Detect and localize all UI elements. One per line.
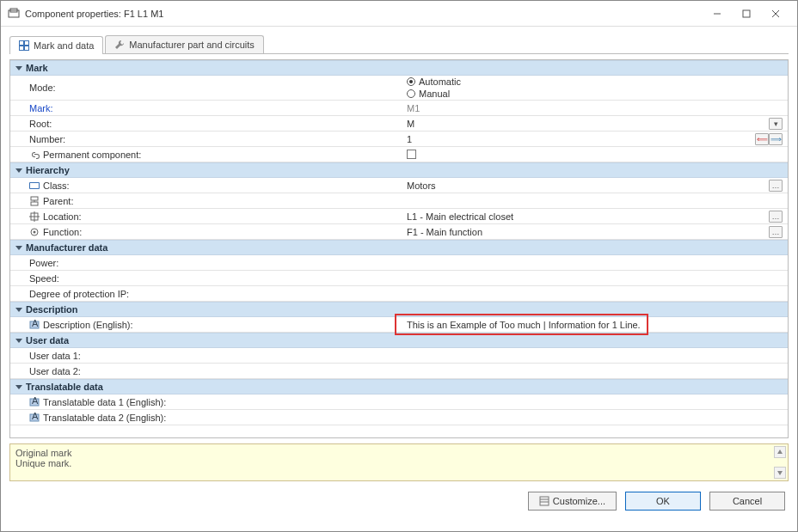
- value-parent[interactable]: [402, 193, 788, 208]
- value-mode: Automatic Manual: [402, 76, 788, 100]
- value-speed[interactable]: [402, 271, 788, 285]
- text-permanent-label: Permanent component:: [43, 150, 141, 160]
- value-class[interactable]: Motors …: [402, 178, 788, 193]
- radio-manual[interactable]: Manual: [407, 89, 450, 99]
- chevron-down-icon: [15, 308, 22, 312]
- radio-label: Automatic: [419, 76, 461, 87]
- value-root[interactable]: M ▾: [402, 116, 788, 131]
- value-location[interactable]: L1 - Main electrical closet …: [402, 209, 788, 223]
- svg-text:A: A: [32, 320, 39, 328]
- section-title: Manufacturer data: [26, 242, 107, 253]
- row-class: Class: Motors …: [10, 178, 788, 193]
- text-icon: A: [29, 397, 40, 407]
- location-icon: [29, 211, 40, 222]
- text-icon: A: [29, 320, 40, 330]
- svg-rect-12: [30, 183, 39, 188]
- grid-spacer: [10, 425, 788, 437]
- radio-dot-icon: [407, 89, 415, 98]
- next-number-button[interactable]: ⟹: [769, 133, 783, 145]
- dropdown-button[interactable]: ▾: [769, 118, 783, 130]
- label-number: Number:: [10, 131, 402, 146]
- dialog-button-row: Customize... OK Cancel: [9, 486, 789, 512]
- scroll-up-button[interactable]: [774, 446, 786, 458]
- tab-mark-and-data[interactable]: Mark and data: [9, 36, 103, 54]
- chevron-down-icon: [15, 66, 22, 70]
- svg-rect-13: [31, 197, 38, 200]
- value-ip[interactable]: [402, 286, 788, 301]
- section-manufacturer-data[interactable]: Manufacturer data: [10, 240, 788, 255]
- radio-automatic[interactable]: Automatic: [407, 76, 461, 87]
- label-function: Function:: [10, 224, 402, 239]
- chevron-down-icon: [15, 168, 22, 173]
- scroll-down-button[interactable]: [774, 467, 786, 479]
- customize-button[interactable]: Customize...: [528, 492, 617, 511]
- text-root: M: [407, 119, 414, 129]
- section-user-data[interactable]: User data: [10, 333, 788, 348]
- text-trans-2-label: Translatable data 2 (English):: [43, 413, 166, 423]
- row-parent: Parent:: [10, 193, 788, 209]
- text-class-label: Class:: [43, 180, 70, 191]
- label-mode: Mode:: [10, 76, 402, 100]
- section-mark[interactable]: Mark: [10, 60, 788, 76]
- window-root: Component properties: F1 L1 M1 Mark and …: [0, 0, 798, 532]
- tab-label: Mark and data: [34, 40, 94, 51]
- tab-label: Manufacturer part and circuits: [129, 40, 255, 50]
- value-number[interactable]: 1 ⟸ ⟹: [402, 131, 788, 146]
- row-speed: Speed:: [10, 271, 788, 286]
- value-permanent[interactable]: [402, 147, 788, 162]
- label-mark[interactable]: Mark:: [10, 101, 402, 115]
- section-title: Mark: [26, 63, 48, 73]
- section-hierarchy[interactable]: Hierarchy: [10, 162, 788, 178]
- value-power[interactable]: [402, 255, 788, 270]
- value-trans-1[interactable]: [402, 394, 788, 409]
- row-trans-2: A Translatable data 2 (English):: [10, 410, 788, 425]
- browse-button[interactable]: …: [769, 211, 783, 223]
- text-function: F1 - Main function: [407, 227, 482, 237]
- label-root: Root:: [10, 116, 402, 131]
- label-ip: Degree of protection IP:: [10, 286, 402, 301]
- minimize-button[interactable]: [703, 4, 732, 23]
- cancel-button[interactable]: Cancel: [709, 492, 785, 511]
- label-trans-2: A Translatable data 2 (English):: [10, 410, 402, 425]
- svg-marker-27: [777, 449, 783, 454]
- browse-button[interactable]: …: [769, 180, 783, 192]
- value-user-data-2[interactable]: [402, 364, 788, 378]
- chevron-down-icon: [15, 385, 22, 389]
- window-title: Component properties: F1 L1 M1: [25, 9, 703, 19]
- ok-button[interactable]: OK: [625, 492, 701, 511]
- radio-label: Manual: [419, 89, 450, 99]
- svg-point-20: [34, 230, 36, 233]
- section-title: Description: [26, 304, 78, 315]
- value-user-data-1[interactable]: [402, 348, 788, 363]
- content-area: Mark and data Manufacturer part and circ…: [1, 27, 797, 531]
- checkbox-permanent[interactable]: [407, 150, 416, 159]
- text-trans-1-label: Translatable data 1 (English):: [43, 397, 166, 407]
- tab-manufacturer-part[interactable]: Manufacturer part and circuits: [105, 35, 264, 53]
- wrench-icon: [114, 40, 125, 50]
- section-title: Translatable data: [26, 382, 103, 392]
- browse-button[interactable]: …: [769, 226, 783, 238]
- close-button[interactable]: [761, 4, 790, 23]
- tab-strip: Mark and data Manufacturer part and circ…: [9, 35, 789, 54]
- customize-icon: [539, 496, 549, 506]
- label-class: Class:: [10, 178, 402, 193]
- label-power: Power:: [10, 255, 402, 270]
- link-icon: [29, 150, 40, 160]
- value-mark: M1: [402, 101, 788, 115]
- row-user-data-1: User data 1:: [10, 348, 788, 364]
- maximize-button[interactable]: [732, 4, 761, 23]
- label-location: Location:: [10, 209, 402, 223]
- row-mode: Mode: Automatic Manual: [10, 76, 788, 101]
- value-trans-2[interactable]: [402, 410, 788, 425]
- section-description[interactable]: Description: [10, 302, 788, 317]
- prev-number-button[interactable]: ⟸: [755, 133, 769, 145]
- label-user-data-2: User data 2:: [10, 364, 402, 378]
- text-parent-label: Parent:: [43, 196, 73, 206]
- row-location: Location: L1 - Main electrical closet …: [10, 209, 788, 224]
- value-description-en[interactable]: This is an Example of Too much | Informa…: [402, 317, 788, 332]
- value-function[interactable]: F1 - Main function …: [402, 224, 788, 239]
- row-mark: Mark: M1: [10, 101, 788, 116]
- section-translatable-data[interactable]: Translatable data: [10, 379, 788, 394]
- text-description-en: This is an Example of Too much | Informa…: [407, 320, 641, 330]
- hint-panel: Original mark Unique mark.: [9, 443, 789, 481]
